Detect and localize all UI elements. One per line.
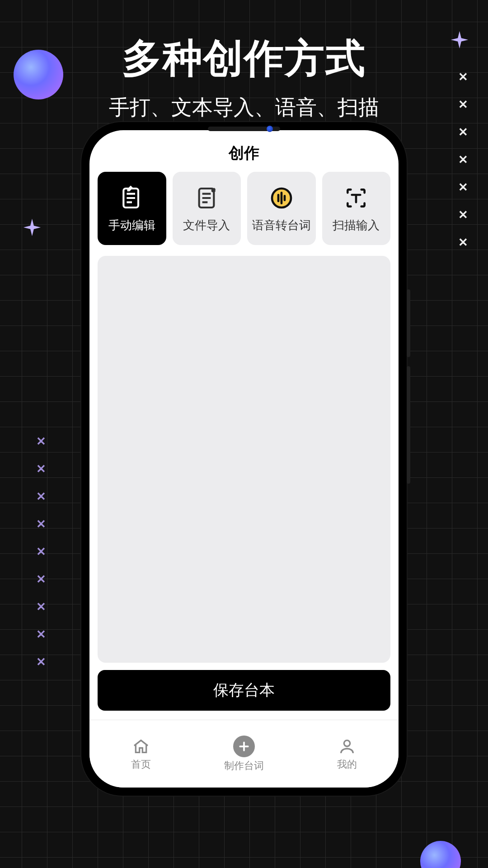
nav-item-create[interactable]: 制作台词 <box>192 720 296 788</box>
mode-card-voice[interactable]: 语音转台词 <box>247 172 316 245</box>
phone-side-button <box>407 366 410 484</box>
voice-icon <box>267 184 296 212</box>
home-icon <box>131 737 150 756</box>
mode-card-label: 语音转台词 <box>252 217 311 233</box>
sparkle-icon <box>22 217 42 238</box>
phone-screen: 创作 手动编辑 <box>89 130 399 788</box>
hero-title: 多种创作方式 <box>0 32 488 85</box>
mode-card-row: 手动编辑 文件导入 <box>89 172 399 245</box>
nav-item-label: 首页 <box>131 758 151 771</box>
edit-note-icon <box>118 184 146 212</box>
scan-text-icon <box>342 184 370 212</box>
plus-icon <box>233 736 255 757</box>
phone-side-button <box>407 289 410 357</box>
app-title: 创作 <box>89 130 399 172</box>
nav-item-home[interactable]: 首页 <box>89 720 192 788</box>
save-button-label: 保存台本 <box>213 680 275 701</box>
mode-card-label: 手动编辑 <box>108 217 155 233</box>
hero-subtitle: 手打、文本导入、语音、扫描 <box>0 94 488 122</box>
nav-item-label: 我的 <box>337 758 357 771</box>
mode-card-scan[interactable]: 扫描输入 <box>322 172 391 245</box>
phone-frame: 创作 手动编辑 <box>81 122 407 796</box>
proximity-sensor-icon <box>267 126 273 132</box>
save-script-button[interactable]: 保存台本 <box>98 670 390 711</box>
svg-point-3 <box>344 740 350 746</box>
person-icon <box>338 737 357 756</box>
mode-card-file-import[interactable]: 文件导入 <box>173 172 241 245</box>
file-import-icon <box>192 184 221 212</box>
mode-card-label: 文件导入 <box>183 217 230 233</box>
mode-card-manual-edit[interactable]: 手动编辑 <box>98 172 166 245</box>
bottom-nav: 首页 制作台词 我的 <box>89 720 399 788</box>
mode-card-label: 扫描输入 <box>333 217 380 233</box>
nav-item-mine[interactable]: 我的 <box>296 720 399 788</box>
script-editor-area[interactable] <box>98 256 390 663</box>
nav-item-label: 制作台词 <box>224 759 264 773</box>
hero-section: 多种创作方式 手打、文本导入、语音、扫描 <box>0 32 488 122</box>
decorative-x-column: ✕✕✕✕✕✕✕✕✕ <box>36 434 48 669</box>
